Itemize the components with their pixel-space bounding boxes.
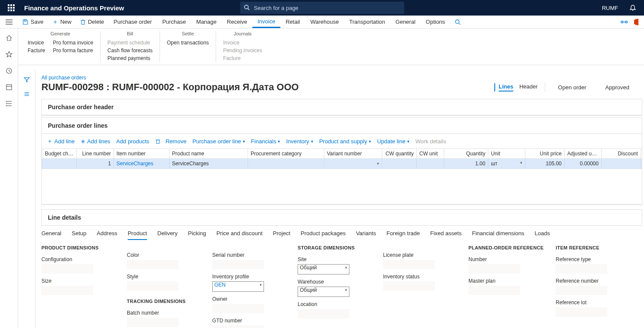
ribbon-open-transactions[interactable]: Open transactions (167, 39, 209, 47)
ld-tab-delivery[interactable]: Delivery (157, 230, 178, 240)
tab-purchase-order[interactable]: Purchase order (108, 16, 157, 28)
connector-icon[interactable] (621, 20, 628, 24)
notifications-icon[interactable] (625, 0, 641, 16)
tab-invoice[interactable]: Invoice (252, 16, 280, 28)
ld-tab-address[interactable]: Address (97, 230, 117, 240)
field-reference-type[interactable] (556, 264, 607, 274)
new-button[interactable]: ＋ New (48, 16, 76, 28)
ribbon-invoice[interactable]: Invoice (28, 39, 45, 47)
cell-variant[interactable]: ▾ (324, 159, 382, 169)
add-lines-button[interactable]: ⧺Add lines (81, 138, 110, 145)
tab-general[interactable]: General (390, 16, 421, 28)
section-head[interactable]: Purchase order lines (42, 118, 642, 134)
save-button[interactable]: Save (18, 16, 48, 28)
home-icon[interactable] (6, 35, 13, 41)
ld-tab-product[interactable]: Product (128, 230, 147, 240)
col-cw-unit[interactable]: CW unit (417, 149, 444, 159)
cell-qty[interactable]: 1.00 (444, 159, 488, 169)
app-launcher-icon[interactable] (3, 0, 19, 16)
tab-receive[interactable]: Receive (222, 16, 252, 28)
field-size[interactable] (41, 286, 93, 295)
view-header[interactable]: Header (519, 83, 538, 91)
col-budget[interactable]: Budget check r... (42, 149, 77, 159)
tab-warehouse[interactable]: Warehouse (305, 16, 344, 28)
recent-icon[interactable] (6, 67, 13, 74)
ld-tab-variants[interactable]: Variants (356, 230, 376, 240)
col-variant[interactable]: Variant number (324, 149, 382, 159)
field-master-plan[interactable] (468, 286, 520, 295)
add-products-button[interactable]: Add products (116, 138, 149, 145)
delete-button[interactable]: Delete (76, 16, 109, 28)
add-line-button[interactable]: ＋Add line (47, 137, 75, 145)
ld-tab-general[interactable]: General (41, 230, 61, 240)
col-adjusted-price[interactable]: Adjusted unit p... (564, 149, 601, 159)
tab-purchase[interactable]: Purchase (157, 16, 191, 28)
financials-menu[interactable]: Financials ▾ (251, 138, 280, 145)
field-location[interactable] (298, 309, 349, 319)
cell-discount[interactable] (601, 159, 641, 169)
field-configuration[interactable] (41, 264, 93, 274)
ribbon-planned-payments[interactable]: Planned payments (107, 54, 153, 62)
col-item-number[interactable]: Item number (114, 149, 170, 159)
ld-tab-loads[interactable]: Loads (535, 230, 550, 240)
search-input[interactable] (240, 2, 404, 14)
office-icon[interactable] (634, 19, 640, 25)
ld-tab-fixed-assets[interactable]: Fixed assets (430, 230, 462, 240)
cell-adjusted-price[interactable]: 0.00000 (564, 159, 601, 169)
cell-line-number[interactable]: 1 (77, 159, 114, 169)
select-inventory-profile[interactable]: GEN▾ (212, 281, 264, 292)
search-action-icon[interactable] (450, 16, 465, 28)
section-po-header[interactable]: Purchase order header (41, 99, 642, 116)
col-discount[interactable]: Discount (601, 149, 641, 159)
col-unit-price[interactable]: Unit price (525, 149, 564, 159)
workspace-icon[interactable] (6, 84, 13, 91)
col-cw-qty[interactable]: CW quantity (382, 149, 416, 159)
filter-icon[interactable] (24, 77, 30, 83)
ld-tab-foreign-trade[interactable]: Foreign trade (386, 230, 420, 240)
related-icon[interactable] (24, 91, 30, 97)
cell-cw-qty[interactable] (382, 159, 416, 169)
view-lines[interactable]: Lines (499, 83, 513, 91)
ribbon-cash-flow[interactable]: Cash flow forecasts (107, 47, 153, 54)
col-discount-percent[interactable]: Discount percent (641, 149, 642, 159)
tab-transportation[interactable]: Transportation (344, 16, 390, 28)
ld-tab-setup[interactable]: Setup (72, 230, 86, 240)
cell-budget[interactable] (42, 159, 77, 169)
cell-unit-price[interactable]: 105.00 (525, 159, 564, 169)
section-head[interactable]: Line details (41, 209, 642, 226)
field-owner[interactable] (212, 304, 264, 313)
ld-tab-picking[interactable]: Picking (188, 230, 206, 240)
col-product-name[interactable]: Product name (169, 149, 248, 159)
select-site[interactable]: Общий▾ (298, 264, 349, 274)
product-supply-menu[interactable]: Product and supply ▾ (319, 138, 371, 145)
ld-tab-financial-dimensions[interactable]: Financial dimensions (472, 230, 524, 240)
tab-options[interactable]: Options (421, 16, 450, 28)
star-icon[interactable] (6, 51, 13, 58)
col-line-number[interactable]: Line number (77, 149, 114, 159)
user-label[interactable]: RUMF (602, 5, 618, 11)
remove-button[interactable]: Remove (155, 138, 186, 145)
cell-cw-unit[interactable] (417, 159, 444, 169)
ribbon-facture[interactable]: Facture (28, 47, 45, 54)
col-qty[interactable]: Quantity (444, 149, 488, 159)
field-batch-number[interactable] (127, 318, 179, 327)
field-gtd-number[interactable] (212, 325, 264, 328)
ribbon-proforma-facture[interactable]: Pro forma facture (53, 47, 93, 54)
cell-discount-pct[interactable] (641, 159, 642, 169)
update-line-menu[interactable]: Update line ▾ (377, 138, 409, 145)
breadcrumb[interactable]: All purchase orders (41, 75, 86, 81)
field-reference-number[interactable] (556, 286, 607, 295)
cell-product-name[interactable]: ServiceCharges (169, 159, 248, 169)
inventory-menu[interactable]: Inventory ▾ (286, 138, 313, 145)
cell-item-number[interactable]: ServiceCharges (114, 159, 170, 169)
nav-toggle-icon[interactable] (0, 16, 18, 28)
field-license-plate[interactable] (383, 260, 435, 269)
col-procurement[interactable]: Procurement category (248, 149, 324, 159)
field-number[interactable] (468, 264, 520, 274)
col-unit[interactable]: Unit (488, 149, 525, 159)
po-line-menu[interactable]: Purchase order line ▾ (192, 138, 245, 145)
grid-scroll[interactable]: Budget check r... Line number Item numbe… (42, 148, 642, 205)
field-style[interactable] (127, 281, 179, 291)
field-reference-lot[interactable] (556, 307, 607, 317)
ribbon-proforma-invoice[interactable]: Pro forma invoice (53, 39, 93, 47)
